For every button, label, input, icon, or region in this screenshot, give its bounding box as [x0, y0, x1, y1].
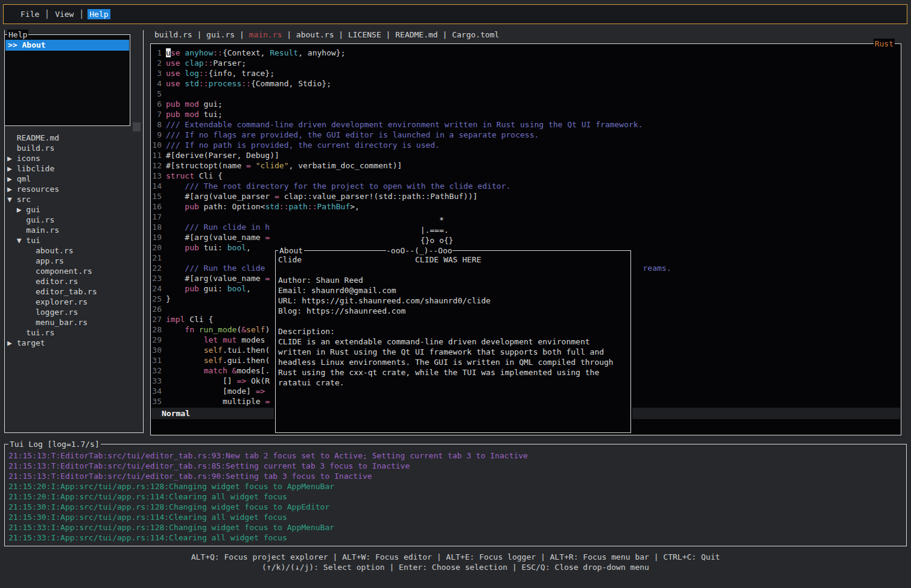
tree-item-target[interactable]: ▶ target	[7, 338, 142, 348]
line-number: 26	[152, 304, 162, 314]
tree-item-gui-rs[interactable]: gui.rs	[7, 215, 142, 225]
line-number: 2	[152, 58, 162, 68]
tab-separator: |	[334, 30, 348, 39]
about-dialog: About -ooO--(_)--Ooo Clide CLIDE WAS HER…	[275, 250, 631, 433]
menu-item-help[interactable]: Help	[87, 9, 110, 19]
help-menu-dropdown: Help >> About	[4, 34, 130, 126]
line-number: 31	[152, 355, 162, 365]
tree-item-explorer-rs[interactable]: explorer.rs	[7, 297, 142, 307]
tree-item-label: tui.rs	[26, 328, 54, 337]
tree-item-label: gui.rs	[26, 215, 54, 224]
menu-item-view[interactable]: View	[53, 9, 75, 19]
tree-item-label: logger.rs	[36, 308, 78, 317]
folder-collapsed-icon: ▶	[7, 338, 17, 347]
line-number: 12	[152, 160, 162, 171]
tree-item-tui[interactable]: ▼ tui	[7, 235, 142, 245]
log-entry: 21:15:20:I:App:src/tui/app.rs:128:Changi…	[8, 481, 528, 492]
app-window: File│View│Help README.md build.rs▶ icons…	[0, 0, 911, 588]
editor-tab-about-rs[interactable]: about.rs	[296, 30, 334, 39]
tree-item-label: about.rs	[36, 246, 74, 255]
editor-tab-cargo-toml[interactable]: Cargo.toml	[452, 30, 499, 39]
line-number: 21	[152, 253, 162, 263]
code-line: 7pub mod tui;	[152, 109, 900, 119]
tree-item-tui-rs[interactable]: tui.rs	[7, 327, 142, 338]
line-number: 34	[152, 386, 162, 396]
code-line: 15 #[arg(value_parser = clap::value_pars…	[152, 191, 900, 201]
line-number: 13	[152, 171, 162, 181]
tab-separator: |	[438, 30, 452, 39]
line-number: 28	[152, 324, 162, 335]
line-number: 17	[152, 212, 162, 222]
code-line: 16 pub path: Option<std::path::PathBuf>,	[152, 201, 900, 212]
tree-item-logger-rs[interactable]: logger.rs	[7, 307, 142, 317]
line-number: 19	[152, 232, 162, 242]
code-line: 3use log::{info, trace};	[152, 68, 900, 78]
tree-item-menu-bar-rs[interactable]: menu_bar.rs	[7, 317, 142, 327]
code-line: 5	[152, 89, 900, 99]
line-number: 33	[152, 376, 162, 386]
log-entry: 21:15:13:T:EditorTab:src/tui/editor_tab.…	[8, 461, 528, 471]
line-number: 7	[152, 109, 162, 119]
log-entry: 21:15:13:T:EditorTab:src/tui/editor_tab.…	[8, 450, 528, 461]
shortcut-help-bar: ALT+Q: Focus project explorer | ALT+W: F…	[0, 552, 911, 572]
tree-item-label: explorer.rs	[36, 297, 87, 306]
line-number: 8	[152, 119, 162, 130]
tree-item-icons[interactable]: ▶ icons	[7, 153, 142, 163]
code-line: 8/// Extendable command-line driven deve…	[152, 119, 900, 130]
tree-item-main-rs[interactable]: main.rs	[7, 225, 142, 235]
tree-item-about-rs[interactable]: about.rs	[7, 245, 142, 256]
editor-tab-readme-md[interactable]: README.md	[395, 30, 437, 39]
tree-item-label: component.rs	[36, 267, 92, 276]
tree-item-label: target	[17, 338, 45, 347]
tree-item-label: qml	[17, 174, 31, 183]
line-number: 9	[152, 130, 162, 140]
code-line: 1use anyhow::{Context, Result, anyhow};	[152, 48, 900, 58]
tree-item-libclide[interactable]: ▶ libclide	[7, 163, 142, 174]
line-number: 4	[152, 78, 162, 89]
tree-item-label: editor_tab.rs	[36, 287, 97, 296]
tree-item-label: tui	[26, 236, 40, 245]
tui-log-panel: Tui Log [log=1.7/s] 21:15:13:T:EditorTab…	[4, 444, 907, 546]
tab-separator: |	[282, 30, 296, 39]
line-number: 27	[152, 314, 162, 324]
tab-separator: |	[381, 30, 395, 39]
editor-mode-label: Normal	[162, 409, 190, 418]
tree-item-src[interactable]: ▼ src	[7, 194, 142, 204]
tree-item-app-rs[interactable]: app.rs	[7, 256, 142, 266]
line-number: 14	[152, 181, 162, 191]
menu-item-file[interactable]: File	[19, 9, 41, 19]
code-line: 11#[derive(Parser, Debug)]	[152, 150, 900, 160]
folder-collapsed-icon: ▶	[7, 164, 17, 173]
line-number: 29	[152, 335, 162, 345]
log-entry: 21:15:30:I:App:src/tui/app.rs:114:Cleari…	[8, 512, 528, 522]
tree-item-label: libclide	[17, 164, 55, 173]
tree-item-qml[interactable]: ▶ qml	[7, 174, 142, 184]
tree-item-editor-tab-rs[interactable]: editor_tab.rs	[7, 286, 142, 297]
tree-item-label: build.rs	[17, 144, 55, 153]
tree-item-editor-rs[interactable]: editor.rs	[7, 276, 142, 286]
tree-item-label: gui	[26, 205, 40, 214]
tree-item-gui[interactable]: ▶ gui	[7, 204, 142, 215]
tab-separator: |	[235, 30, 249, 39]
help-dropdown-item-about[interactable]: >> About	[5, 40, 129, 51]
tree-item-label: menu_bar.rs	[36, 318, 87, 327]
folder-expanded-icon: ▼	[17, 236, 27, 245]
editor-tab-gui-rs[interactable]: gui.rs	[206, 30, 235, 39]
line-number: 16	[152, 201, 162, 212]
editor-tab-license[interactable]: LICENSE	[348, 30, 381, 39]
tree-item-build-rs[interactable]: build.rs	[7, 143, 142, 153]
file-tree[interactable]: README.md build.rs▶ icons▶ libclide▶ qml…	[7, 133, 142, 348]
tree-item-label: editor.rs	[36, 277, 78, 286]
line-number: 18	[152, 222, 162, 232]
code-line: 12#[structopt(name = "clide", verbatim_d…	[152, 160, 900, 171]
line-number: 3	[152, 68, 162, 78]
tree-item-component-rs[interactable]: component.rs	[7, 266, 142, 276]
log-entries: 21:15:13:T:EditorTab:src/tui/editor_tab.…	[8, 450, 528, 543]
editor-tab-main-rs[interactable]: main.rs	[249, 30, 282, 39]
tree-item-readme-md[interactable]: README.md	[7, 133, 142, 143]
shortcut-help-line-1: ALT+Q: Focus project explorer | ALT+W: F…	[0, 552, 911, 562]
tree-item-resources[interactable]: ▶ resources	[7, 184, 142, 194]
log-entry: 21:15:33:I:App:src/tui/app.rs:128:Changi…	[8, 522, 528, 533]
editor-tab-build-rs[interactable]: build.rs	[154, 30, 192, 39]
explorer-scrollbar-thumb[interactable]	[133, 122, 141, 131]
